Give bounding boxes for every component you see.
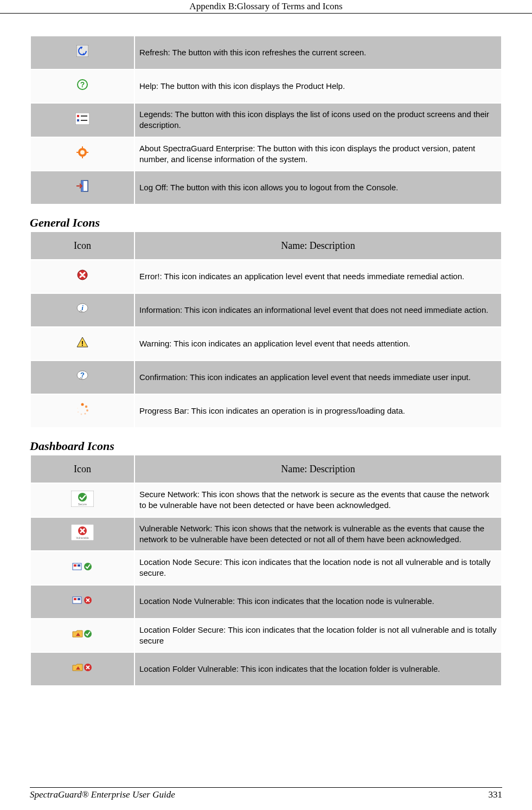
vulnerable-network-desc: Vulnerable Network: This icon shows that… [135,518,501,551]
dashboard-icons-heading: Dashboard Icons [30,439,502,453]
location-node-vulnerable-icon-cell [31,586,134,618]
svg-point-25 [84,413,86,415]
location-folder-vulnerable-icon-cell [31,653,134,685]
info-icon-cell: i [31,294,134,326]
location-folder-vulnerable-icon [72,662,93,673]
legends-desc: Legends: The button with this icon displ… [135,104,501,137]
svg-point-24 [86,409,88,412]
svg-rect-37 [78,564,80,567]
legends-icon-cell [31,104,134,137]
svg-rect-4 [77,115,79,117]
help-desc: Help: The button with this icon displays… [135,70,501,102]
logoff-desc: Log Off: The button with this icon allow… [135,171,501,204]
info-desc: Information: This icon indicates an info… [135,294,501,326]
logoff-icon [75,179,89,192]
svg-text:!: ! [81,339,84,348]
info-icon: i [76,302,89,315]
error-desc: Error!: This icon indicates an applicati… [135,260,501,293]
page-number: 331 [489,789,503,800]
svg-point-22 [81,403,84,406]
svg-rect-36 [74,564,76,567]
general-icon-table: Icon Name: Description Error!: This icon… [30,231,502,428]
svg-text:?: ? [80,371,85,379]
warning-icon-cell: ! [31,327,134,360]
location-folder-secure-icon [72,628,93,639]
legends-icon [75,113,89,125]
svg-text:?: ? [80,80,85,89]
location-node-vulnerable-desc: Location Node Vulnerable: This icon indi… [135,586,501,618]
secure-network-icon-cell: Secure [31,484,134,517]
svg-point-28 [77,408,78,409]
location-node-secure-icon [72,561,93,572]
svg-point-26 [81,414,82,415]
about-desc: About SpectraGuard Enterprise: The butto… [135,138,501,171]
location-folder-secure-icon-cell [31,619,134,652]
svg-text:Vulnerable: Vulnerable [76,536,89,539]
svg-text:Secure: Secure [78,503,87,506]
progress-desc: Progress Bar: This icon indicates an ope… [135,395,501,427]
buttons-icon-table: Refresh: The button with this icon refre… [30,35,502,205]
confirm-icon-cell: ? [31,361,134,394]
about-icon [76,146,88,158]
footer-title: SpectraGuard® Enterprise User Guide [30,789,175,800]
location-node-secure-icon-cell [31,551,134,584]
refresh-icon [76,45,88,57]
location-node-vulnerable-icon [72,595,93,606]
svg-point-23 [85,406,87,408]
confirm-desc: Confirmation: This icon indicates an app… [135,361,501,394]
vulnerable-network-icon: Vulnerable [71,524,94,541]
svg-text:i: i [81,304,84,312]
about-icon-cell [31,138,134,171]
progress-icon [75,402,89,416]
svg-rect-41 [78,598,80,600]
warning-desc: Warning: This icon indicates an applicat… [135,327,501,360]
dashboard-col-icon: Icon [31,455,134,483]
general-col-icon: Icon [31,232,134,259]
progress-icon-cell [31,395,134,427]
secure-network-icon: Secure [71,491,94,507]
secure-network-desc: Secure Network: This icon shows that the… [135,484,501,517]
location-folder-secure-desc: Location Folder Secure: This icon indica… [135,619,501,652]
refresh-desc: Refresh: The button with this icon refre… [135,36,501,69]
refresh-icon-cell [31,36,134,69]
svg-point-27 [78,412,79,413]
error-icon [76,269,88,281]
dashboard-col-desc: Name: Description [135,455,501,483]
location-folder-vulnerable-desc: Location Folder Vulnerable: This icon in… [135,653,501,685]
general-col-desc: Name: Description [135,232,501,259]
logoff-icon-cell [31,171,134,204]
vulnerable-network-icon-cell: Vulnerable [31,518,134,551]
help-icon-cell: ? [31,70,134,102]
svg-rect-5 [77,119,79,121]
svg-point-30 [78,493,87,502]
error-icon-cell [31,260,134,293]
warning-icon: ! [76,336,89,348]
svg-rect-40 [74,598,76,600]
confirm-icon: ? [76,369,89,382]
page-header: Appendix B:Glossary of Terms and Icons [0,0,532,14]
dashboard-icon-table: Icon Name: Description Secure Secure Net… [30,454,502,686]
location-node-secure-desc: Location Node Secure: This icon indicate… [135,551,501,584]
help-icon: ? [76,79,88,91]
svg-point-9 [80,150,85,155]
general-icons-heading: General Icons [30,216,502,230]
page-footer: SpectraGuard® Enterprise User Guide 331 [30,787,502,800]
svg-rect-3 [75,113,89,125]
